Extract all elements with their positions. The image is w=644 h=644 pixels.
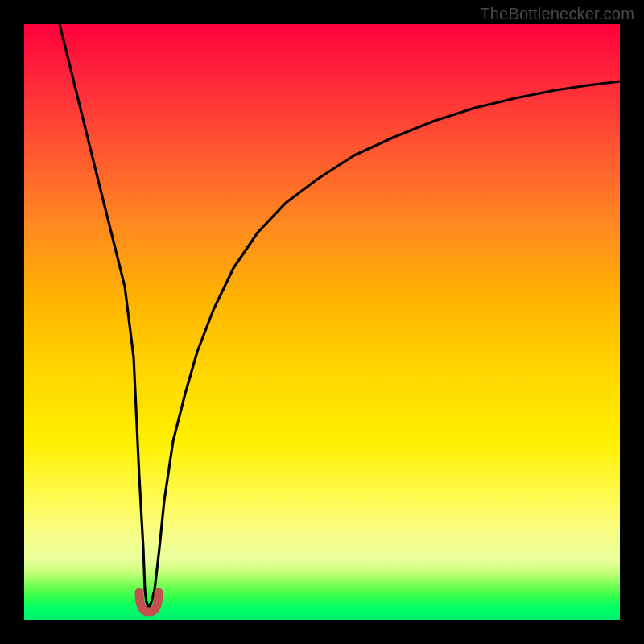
min-marker	[139, 592, 159, 612]
chart-frame: TheBottlenecker.com	[0, 0, 644, 644]
bottleneck-chart	[24, 24, 620, 620]
plot-area	[24, 24, 620, 620]
watermark: TheBottlenecker.com	[480, 5, 634, 23]
bottleneck-curve	[60, 24, 620, 608]
